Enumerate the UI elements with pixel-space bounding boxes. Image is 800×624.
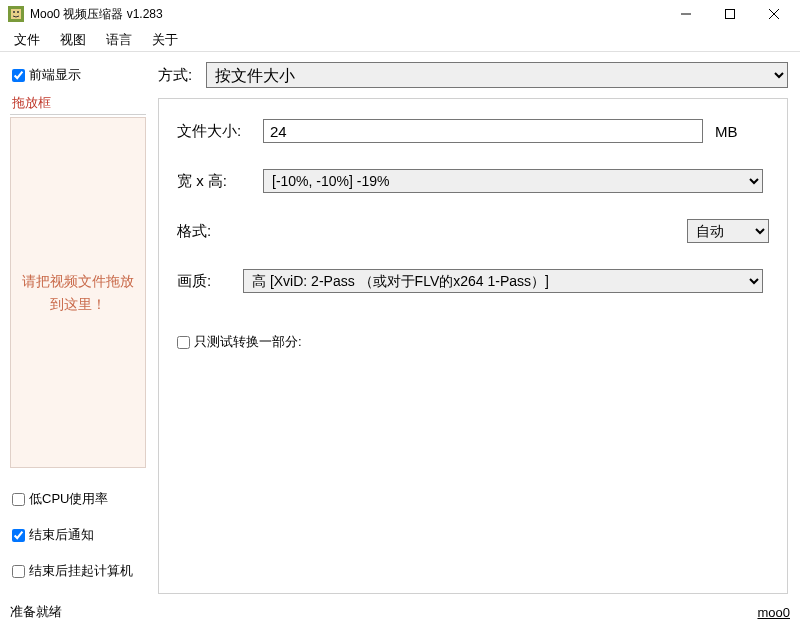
test-only-row: 只测试转换一部分: [177, 333, 769, 351]
suspend-after-input[interactable] [12, 565, 25, 578]
status-text: 准备就绪 [10, 603, 62, 621]
maximize-button[interactable] [708, 0, 752, 28]
right-column: 方式: 按文件大小 文件大小: MB 宽 x 高: [-10%, -10%] -… [152, 52, 800, 600]
filesize-unit: MB [715, 123, 738, 140]
method-row: 方式: 按文件大小 [158, 62, 788, 88]
wxh-row: 宽 x 高: [-10%, -10%] -19% [177, 169, 769, 193]
quality-row: 画质: 高 [XviD: 2-Pass （或对于FLV的x264 1-Pass）… [177, 269, 769, 293]
status-link[interactable]: moo0 [757, 605, 790, 620]
notify-done-checkbox[interactable]: 结束后通知 [10, 522, 146, 548]
test-only-label: 只测试转换一部分: [194, 333, 302, 351]
notify-done-label: 结束后通知 [29, 526, 94, 544]
statusbar: 准备就绪 moo0 [0, 600, 800, 624]
window-title: Moo0 视频压缩器 v1.283 [30, 6, 664, 23]
notify-done-input[interactable] [12, 529, 25, 542]
test-only-checkbox[interactable]: 只测试转换一部分: [177, 333, 302, 351]
quality-select[interactable]: 高 [XviD: 2-Pass （或对于FLV的x264 1-Pass）] [243, 269, 763, 293]
close-button[interactable] [752, 0, 796, 28]
wxh-label: 宽 x 高: [177, 172, 263, 191]
dropzone-label: 拖放框 [10, 94, 146, 115]
format-row: 格式: 自动 [177, 219, 769, 243]
menu-file[interactable]: 文件 [4, 29, 50, 51]
always-on-top-checkbox[interactable]: 前端显示 [10, 62, 146, 88]
low-cpu-checkbox[interactable]: 低CPU使用率 [10, 486, 146, 512]
test-only-input[interactable] [177, 336, 190, 349]
settings-panel: 文件大小: MB 宽 x 高: [-10%, -10%] -19% 格式: 自动… [158, 98, 788, 594]
method-label: 方式: [158, 66, 206, 85]
left-column: 前端显示 拖放框 请把视频文件拖放到这里！ 低CPU使用率 结束后通知 结束后挂… [0, 52, 152, 600]
main: 前端显示 拖放框 请把视频文件拖放到这里！ 低CPU使用率 结束后通知 结束后挂… [0, 52, 800, 600]
format-label: 格式: [177, 222, 263, 241]
method-select[interactable]: 按文件大小 [206, 62, 788, 88]
menubar: 文件 视图 语言 关于 [0, 28, 800, 52]
dropzone-group: 拖放框 请把视频文件拖放到这里！ [10, 94, 146, 468]
filesize-label: 文件大小: [177, 122, 263, 141]
svg-point-2 [13, 11, 15, 13]
window-controls [664, 0, 796, 28]
svg-rect-5 [726, 10, 735, 19]
quality-label: 画质: [177, 272, 243, 291]
left-bottom-options: 低CPU使用率 结束后通知 结束后挂起计算机 [10, 468, 146, 594]
menu-language[interactable]: 语言 [96, 29, 142, 51]
menu-view[interactable]: 视图 [50, 29, 96, 51]
titlebar: Moo0 视频压缩器 v1.283 [0, 0, 800, 28]
format-select[interactable]: 自动 [687, 219, 769, 243]
wxh-select[interactable]: [-10%, -10%] -19% [263, 169, 763, 193]
suspend-after-label: 结束后挂起计算机 [29, 562, 133, 580]
menu-about[interactable]: 关于 [142, 29, 188, 51]
dropzone[interactable]: 请把视频文件拖放到这里！ [10, 117, 146, 468]
low-cpu-label: 低CPU使用率 [29, 490, 108, 508]
svg-point-3 [17, 11, 19, 13]
filesize-row: 文件大小: MB [177, 119, 769, 143]
dropzone-hint: 请把视频文件拖放到这里！ [19, 270, 137, 315]
minimize-button[interactable] [664, 0, 708, 28]
suspend-after-checkbox[interactable]: 结束后挂起计算机 [10, 558, 146, 584]
always-on-top-input[interactable] [12, 69, 25, 82]
app-icon [8, 6, 24, 22]
always-on-top-label: 前端显示 [29, 66, 81, 84]
filesize-input[interactable] [263, 119, 703, 143]
low-cpu-input[interactable] [12, 493, 25, 506]
